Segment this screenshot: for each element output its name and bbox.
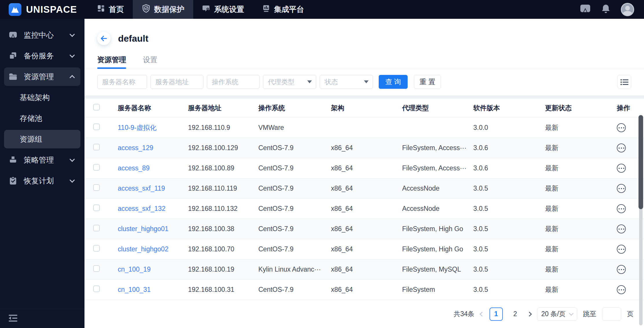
server-name-link[interactable]: 110-9-虚拟化 bbox=[118, 123, 188, 132]
row-checkbox[interactable] bbox=[93, 285, 100, 292]
page-button-2[interactable]: 2 bbox=[509, 307, 522, 321]
bell-icon[interactable] bbox=[601, 4, 610, 15]
server-name-link[interactable]: cluster_highgo01 bbox=[118, 225, 188, 233]
more-actions-icon[interactable] bbox=[617, 204, 626, 213]
tab-resource-management[interactable]: 资源管理 bbox=[97, 51, 126, 69]
server-name-link[interactable]: cluster_highgo02 bbox=[118, 245, 188, 253]
status-select[interactable]: 状态 bbox=[320, 75, 373, 89]
arch-cell: x86_64 bbox=[331, 245, 402, 253]
more-actions-icon[interactable] bbox=[617, 123, 626, 132]
row-checkbox[interactable] bbox=[93, 124, 100, 130]
page-title: default bbox=[118, 33, 148, 44]
topnav-label: 集成平台 bbox=[274, 4, 304, 14]
server-name-input[interactable] bbox=[97, 75, 147, 89]
reset-button[interactable]: 重 置 bbox=[414, 75, 441, 89]
row-checkbox[interactable] bbox=[93, 265, 100, 272]
arch-cell: x86_64 bbox=[331, 144, 402, 152]
topnav-item-system-settings[interactable]: 系统设置 bbox=[193, 0, 253, 19]
table-row: cluster_highgo01 192.168.100.38 CentOS-7… bbox=[84, 219, 644, 239]
table-row: cn_100_19 192.168.100.19 Kylin Linux Adv… bbox=[84, 259, 644, 280]
server-name-link[interactable]: cn_100_19 bbox=[118, 266, 188, 273]
topnav-item-data-protection[interactable]: 数据保护 bbox=[133, 0, 193, 19]
more-actions-icon[interactable] bbox=[617, 265, 626, 274]
arch-cell: x86_64 bbox=[331, 286, 402, 294]
system-settings-icon bbox=[202, 4, 210, 14]
os-cell: CentOS-7.9 bbox=[258, 225, 331, 233]
tab-label: 资源管理 bbox=[97, 55, 126, 65]
sidebar-item-backup-service[interactable]: 备份服务 bbox=[4, 47, 80, 65]
page-button-1[interactable]: 1 bbox=[490, 307, 503, 321]
more-actions-icon[interactable] bbox=[617, 184, 626, 193]
arch-cell: x86_64 bbox=[331, 185, 402, 192]
tabs-bar: 资源管理 设置 bbox=[84, 51, 644, 69]
row-checkbox[interactable] bbox=[93, 164, 100, 171]
brand-logo[interactable]: UNISPACE bbox=[0, 0, 84, 19]
server-address-cell: 192.168.100.89 bbox=[188, 164, 258, 172]
os-cell: CentOS-7.9 bbox=[258, 286, 331, 294]
server-name-link[interactable]: access_sxf_119 bbox=[118, 185, 188, 192]
sidebar-item-resource-management[interactable]: 资源管理 bbox=[4, 67, 80, 86]
unispace-logo-icon bbox=[9, 3, 21, 16]
back-button[interactable] bbox=[97, 32, 111, 45]
more-actions-icon[interactable] bbox=[617, 245, 626, 254]
brand-name: UNISPACE bbox=[26, 4, 77, 15]
update-status-cell: 最新 bbox=[545, 184, 617, 193]
software-version-cell: 3.0.5 bbox=[473, 286, 545, 294]
server-address-input[interactable] bbox=[150, 75, 203, 89]
row-checkbox[interactable] bbox=[93, 225, 100, 231]
row-checkbox[interactable] bbox=[93, 144, 100, 150]
sidebar-subitem-resource-group[interactable]: 资源组 bbox=[4, 130, 80, 148]
software-version-cell: 3.0.5 bbox=[473, 245, 545, 253]
jump-page-input[interactable] bbox=[602, 307, 621, 321]
prev-page-icon[interactable] bbox=[479, 312, 484, 316]
next-page-icon[interactable] bbox=[527, 312, 532, 316]
collapse-sidebar-icon[interactable] bbox=[8, 314, 18, 323]
row-select-cell bbox=[93, 225, 118, 233]
sidebar-item-monitor-center[interactable]: 监控中心 bbox=[4, 26, 80, 44]
more-actions-icon[interactable] bbox=[617, 224, 626, 233]
main-content: default 资源管理 设置 代理类型 bbox=[84, 19, 644, 328]
agent-type-select[interactable]: 代理类型 bbox=[263, 75, 316, 89]
tab-settings[interactable]: 设置 bbox=[143, 51, 157, 69]
avatar-head bbox=[625, 6, 630, 10]
sidebar-item-label: 监控中心 bbox=[24, 30, 70, 40]
row-checkbox[interactable] bbox=[93, 245, 100, 252]
app-window: UNISPACE 首页 数据保护 系统设置 bbox=[0, 0, 644, 328]
more-actions-icon[interactable] bbox=[617, 285, 626, 294]
row-checkbox[interactable] bbox=[93, 204, 100, 211]
server-name-link[interactable]: cn_100_31 bbox=[118, 286, 188, 294]
table-row: access_89 192.168.100.89 CentOS-7.9 x86_… bbox=[84, 158, 644, 178]
list-lines-icon bbox=[621, 78, 628, 86]
more-actions-icon[interactable] bbox=[617, 164, 626, 173]
scrollbar-thumb[interactable] bbox=[639, 115, 643, 209]
page-size-select[interactable]: 20 条/页 bbox=[537, 307, 577, 321]
section-gap bbox=[84, 95, 644, 99]
column-settings-button[interactable] bbox=[617, 75, 631, 89]
column-header-agent-type: 代理类型 bbox=[402, 104, 473, 113]
user-avatar[interactable] bbox=[621, 3, 634, 16]
sidebar-item-recovery-plan[interactable]: 恢复计划 bbox=[4, 172, 80, 190]
row-checkbox[interactable] bbox=[93, 184, 100, 191]
table-body: 110-9-虚拟化 192.168.110.9 VMWare 3.0.0 最新 bbox=[84, 118, 644, 300]
jump-label: 跳至 bbox=[583, 309, 596, 318]
message-icon[interactable] bbox=[580, 4, 591, 15]
server-name-link[interactable]: access_129 bbox=[118, 144, 188, 152]
more-actions-icon[interactable] bbox=[617, 143, 626, 152]
server-name-link[interactable]: access_sxf_132 bbox=[118, 205, 188, 213]
sidebar-subitem-label: 存储池 bbox=[20, 113, 42, 124]
title-row: default bbox=[97, 30, 631, 47]
sidebar-item-policy-management[interactable]: 策略管理 bbox=[4, 151, 80, 169]
sidebar-subitem-storage-pool[interactable]: 存储池 bbox=[4, 109, 80, 128]
server-name-link[interactable]: access_89 bbox=[118, 164, 188, 172]
topnav-item-integration-platform[interactable]: 集成平台 bbox=[253, 0, 313, 19]
sidebar-subitem-infrastructure[interactable]: 基础架构 bbox=[4, 88, 80, 107]
select-all-checkbox[interactable] bbox=[93, 104, 100, 110]
row-select-cell bbox=[93, 124, 118, 132]
server-address-cell: 192.168.100.129 bbox=[188, 144, 258, 152]
os-input[interactable] bbox=[207, 75, 260, 89]
dashboard-grid-icon bbox=[97, 4, 105, 14]
server-address-cell: 192.168.110.9 bbox=[188, 124, 258, 132]
search-button[interactable]: 查 询 bbox=[379, 75, 408, 89]
sidebar-menu: 监控中心 备份服务 资源管理 bbox=[0, 19, 84, 309]
topnav-item-home[interactable]: 首页 bbox=[88, 0, 133, 19]
